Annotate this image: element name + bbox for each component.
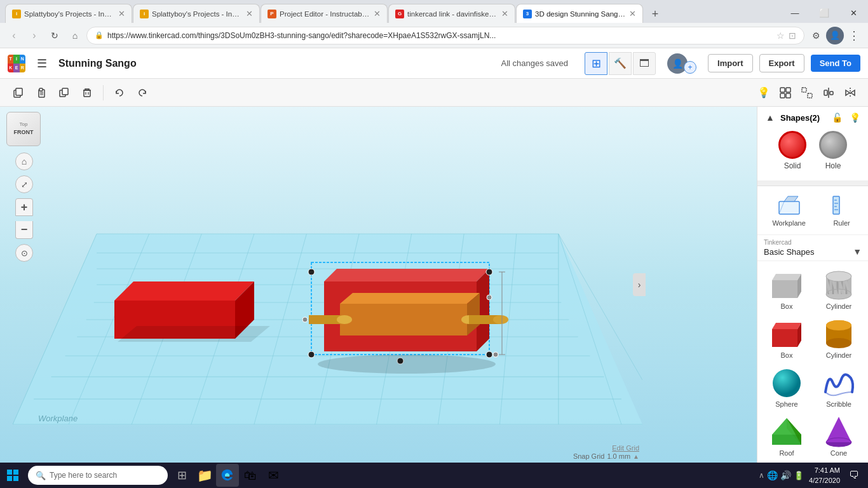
tinkercad-label: Tinkercad (764, 239, 862, 246)
panel-collapse-arrow[interactable]: › (633, 273, 646, 296)
svg-rect-123 (7, 476, 12, 481)
clock-display[interactable]: 7:41 AM 4/27/2020 (806, 465, 843, 486)
isometric-view-button[interactable]: ⊙ (15, 244, 33, 262)
minimize-button[interactable]: — (780, 3, 810, 23)
lock-group-button[interactable]: 🔓 (830, 111, 844, 125)
export-button[interactable]: Export (759, 54, 804, 72)
tab-close-2[interactable]: ✕ (246, 9, 253, 18)
svg-marker-86 (772, 274, 801, 280)
red-flat-box[interactable] (114, 281, 267, 336)
copy-toolbar-button[interactable] (8, 82, 29, 104)
tinkercad-logo[interactable]: T I N K E R (8, 55, 25, 72)
address-bar[interactable]: 🔒 https://www.tinkercad.com/things/3DSoU… (86, 27, 804, 44)
taskbar: 🔍 Type here to search ⊞ 📁 🛍 ✉ ∧ 🌐 🔊 🔋 7:… (0, 463, 868, 488)
workplane-button[interactable]: Workplane (767, 191, 810, 229)
solid-option[interactable]: Solid (778, 131, 806, 170)
home-button[interactable]: ⌂ (66, 27, 84, 44)
svg-marker-57 (340, 293, 480, 304)
send-to-button[interactable]: Send To (811, 55, 860, 72)
mirror-button[interactable] (840, 83, 860, 103)
extensions-button[interactable]: ⚙ (807, 27, 825, 44)
maximize-button[interactable]: ⬜ (810, 3, 839, 23)
more-options-button[interactable]: ⋮ (845, 27, 863, 44)
cast-icon[interactable]: ⊡ (789, 30, 796, 41)
shape-cone-purple[interactable]: Cone (813, 412, 864, 459)
new-tab-button[interactable]: + (646, 5, 664, 23)
taskbar-search[interactable]: 🔍 Type here to search (28, 466, 168, 485)
import-button[interactable]: Import (708, 54, 752, 72)
visibility-group-button[interactable]: 💡 (848, 111, 862, 125)
shape-roof-green[interactable]: Roof (761, 412, 812, 459)
tab-label-5: 3D design Stunning Sango | T... (535, 10, 626, 18)
ruler-button[interactable]: Ruler (825, 191, 858, 229)
tab-4[interactable]: G tinkercad link - davinfiske@gm... ✕ (388, 4, 515, 23)
tab-close-3[interactable]: ✕ (374, 9, 381, 18)
view-cube[interactable]: Top FRONT (6, 112, 42, 147)
taskbar-icon-mail[interactable]: ✉ (262, 464, 285, 487)
close-button[interactable]: ✕ (839, 3, 868, 23)
hole-option[interactable]: Hole (819, 131, 847, 170)
taskbar-icon-store[interactable]: 🛍 (239, 464, 262, 487)
collapse-group-button[interactable]: ▲ (764, 111, 776, 124)
taskbar-search-placeholder: Type here to search (50, 471, 117, 480)
forward-button[interactable]: › (25, 27, 43, 44)
hamburger-menu[interactable]: ☰ (32, 53, 52, 74)
svg-marker-52 (118, 326, 270, 342)
add-user-button[interactable]: + (684, 61, 696, 74)
tray-volume-icon[interactable]: 🔊 (780, 470, 791, 480)
shape-cylinder-gray-label: Cylinder (826, 302, 851, 310)
bookmark-icon[interactable]: ☆ (776, 30, 785, 41)
tab-3[interactable]: P Project Editor - Instructables ✕ (261, 4, 388, 23)
3d-view-button[interactable]: ⊞ (585, 52, 607, 75)
duplicate-toolbar-button[interactable] (53, 82, 75, 104)
shapes-mode-button[interactable]: 💡 (754, 83, 774, 103)
shape-box-gray[interactable]: Box (761, 265, 812, 313)
back-button[interactable]: ‹ (5, 27, 23, 44)
snap-grid-up-icon[interactable]: ▲ (633, 453, 639, 460)
reload-button[interactable]: ↻ (46, 27, 64, 44)
tab-close-5[interactable]: ✕ (629, 9, 636, 18)
shape-scribble-blue[interactable]: Scribble (813, 363, 864, 410)
svg-point-62 (337, 315, 352, 324)
start-button[interactable] (0, 463, 25, 488)
paste-toolbar-button[interactable] (31, 82, 52, 104)
notification-button[interactable]: 🗨 (845, 466, 863, 484)
camera-home-button[interactable]: ⌂ (15, 152, 33, 170)
toolbar-separator-1 (103, 85, 104, 100)
tab-1[interactable]: i Splattyboy's Projects - Instruc ✕ (5, 4, 132, 23)
hammer-view-button[interactable]: 🔨 (609, 52, 632, 75)
tray-up-arrow[interactable]: ∧ (759, 471, 764, 480)
tray-battery-icon[interactable]: 🔋 (794, 471, 804, 480)
dark-view-button[interactable]: 🗖 (633, 52, 656, 75)
shape-box-red[interactable]: Box (761, 314, 812, 362)
delete-toolbar-button[interactable] (76, 82, 98, 104)
viewport[interactable]: Workplane › Edit Grid Snap Grid 1.0 mm ▲ (0, 107, 757, 463)
undo-toolbar-button[interactable] (109, 82, 130, 104)
tab-close-4[interactable]: ✕ (501, 9, 508, 18)
solid-label: Solid (784, 161, 801, 170)
people-icon-button[interactable]: 👤 (826, 27, 844, 44)
selected-object[interactable] (305, 250, 502, 364)
zoom-in-button[interactable]: + (15, 198, 33, 216)
tab-5-active[interactable]: 3 3D design Stunning Sango | T... ✕ (516, 4, 643, 23)
taskbar-icon-file-explorer[interactable]: 📁 (193, 464, 216, 487)
edit-grid-label[interactable]: Edit Grid (612, 444, 639, 452)
fit-screen-button[interactable]: ⤢ (15, 175, 33, 193)
tray-network-icon[interactable]: 🌐 (767, 470, 778, 480)
taskbar-icon-edge[interactable] (216, 464, 239, 487)
align-button[interactable] (818, 83, 839, 103)
group-button[interactable] (775, 83, 796, 103)
category-dropdown-icon[interactable]: ▼ (853, 247, 862, 257)
redo-toolbar-button[interactable] (132, 82, 153, 104)
tab-2[interactable]: i Splattyboy's Projects - Instruc ✕ (133, 4, 260, 23)
zoom-out-button[interactable]: − (15, 221, 33, 239)
project-name[interactable]: Stunning Sango (58, 58, 137, 69)
task-view-button[interactable]: ⊞ (170, 464, 193, 487)
ungroup-button[interactable] (797, 83, 817, 103)
shape-cylinder-orange[interactable]: Cylinder (813, 314, 864, 362)
svg-marker-119 (826, 417, 851, 442)
shape-sphere-teal[interactable]: Sphere (761, 363, 812, 410)
solid-hole-selector: Solid Hole (764, 125, 862, 177)
tab-close-1[interactable]: ✕ (118, 9, 125, 18)
shape-cylinder-gray[interactable]: Cylinder (813, 265, 864, 313)
